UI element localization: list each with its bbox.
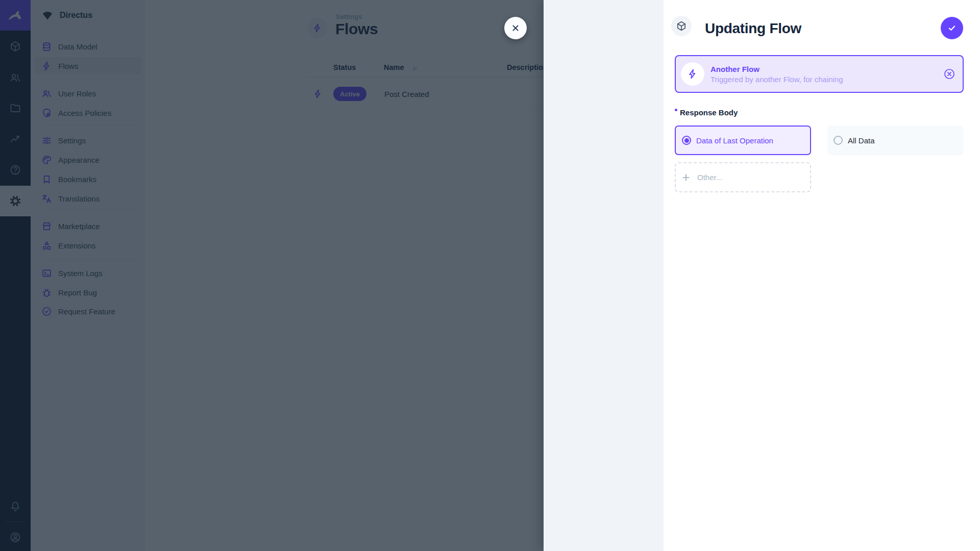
drawer-backdrop[interactable] <box>0 0 544 551</box>
drawer-nav <box>544 0 664 551</box>
option-data-of-last-operation[interactable]: Data of Last Operation <box>675 126 811 155</box>
radio-on-icon <box>682 136 691 145</box>
trigger-card-text: Another Flow Triggered by another Flow, … <box>710 65 843 84</box>
other-option-label: Other... <box>697 173 722 182</box>
close-icon <box>510 22 521 34</box>
check-icon <box>946 22 958 34</box>
panel-icon-circle <box>671 16 692 36</box>
close-drawer-button[interactable] <box>504 17 527 39</box>
bolt-icon <box>687 68 698 80</box>
other-option-button[interactable]: Other... <box>675 162 811 192</box>
plus-icon <box>681 172 691 183</box>
trigger-type-card[interactable]: Another Flow Triggered by another Flow, … <box>675 55 964 93</box>
trigger-icon-circle <box>681 62 704 86</box>
option-all-data[interactable]: All Data <box>827 126 964 155</box>
response-body-options: Data of Last Operation All Data <box>675 126 964 155</box>
cube-icon <box>676 20 687 32</box>
trigger-card-title: Another Flow <box>710 65 843 73</box>
trigger-setup-panel: Updating Flow Another Flow Triggered by … <box>664 0 980 551</box>
save-button[interactable] <box>941 17 963 39</box>
radio-off-icon <box>834 136 843 145</box>
remove-trigger-button[interactable] <box>943 68 955 80</box>
trigger-card-subtitle: Triggered by another Flow, for chaining <box>710 75 843 84</box>
required-dot-icon <box>675 109 677 111</box>
panel-title: Updating Flow <box>705 20 801 37</box>
directus-app: Directus Data Model Flows User Roles Acc… <box>0 0 980 551</box>
response-body-field-label: Response Body <box>675 108 738 117</box>
